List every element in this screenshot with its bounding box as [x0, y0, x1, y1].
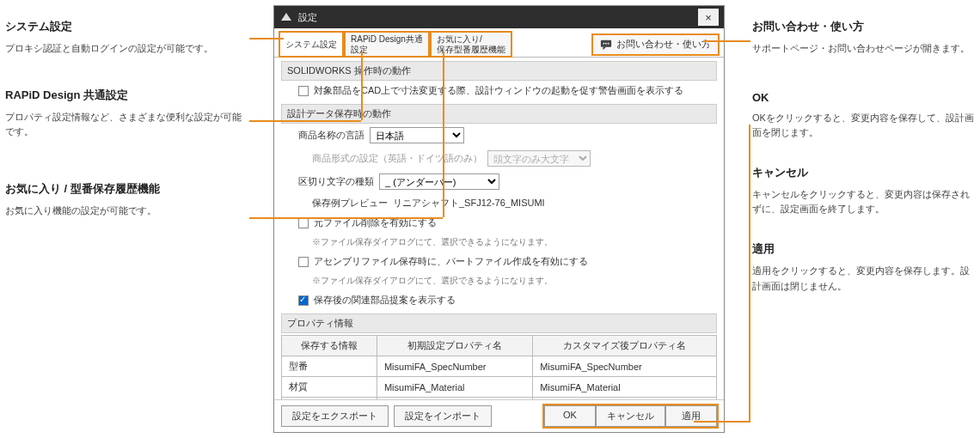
format-select: 頭文字のみ大文字	[487, 150, 591, 167]
svg-point-3	[608, 42, 609, 44]
checkbox-assembly-label: アセンブリファイル保存時に、パートファイル作成を有効にする	[314, 255, 588, 268]
table-cell: MisumiFA_Material	[377, 377, 532, 398]
annotation-text: 適用をクリックすると、変更内容を保存します。設計画面は閉じません。	[752, 264, 976, 294]
annotation-text: サポートページ・お問い合わせページが開きます。	[752, 41, 976, 57]
annotation-title: OK	[752, 91, 976, 104]
annotation-title: RAPiD Design 共通設定	[5, 88, 250, 103]
prop-header: 初期設定プロパティ名	[377, 336, 532, 356]
language-select[interactable]: 日本語	[370, 127, 464, 143]
annotation-title: お気に入り / 型番保存履歴機能	[5, 181, 250, 197]
annotation-text: お気に入り機能の設定が可能です。	[5, 204, 250, 219]
annotation-title: 適用	[752, 241, 976, 257]
annotation-favorites: お気に入り / 型番保存履歴機能 お気に入り機能の設定が可能です。	[5, 181, 250, 219]
annotation-ok: OK OKをクリックすると、変更内容を保存して、設計画面を閉じます。	[752, 91, 976, 141]
preview-label: 保存例プレビュー	[312, 197, 388, 210]
ok-button[interactable]: OK	[544, 405, 596, 427]
row-delimiter: 区切り文字の種類 _ (アンダーバー)	[281, 170, 717, 193]
close-button[interactable]: ×	[698, 9, 719, 26]
section-property: プロパティ情報	[281, 313, 717, 333]
svg-point-2	[605, 42, 607, 44]
annotation-text: プロパティ設定情報など、さまざまな便利な設定が可能です。	[5, 110, 250, 140]
checkbox-related-label: 保存後の関連部品提案を表示する	[314, 294, 456, 307]
annotation-text: OKをクリックすると、変更内容を保存して、設計画面を閉じます。	[752, 111, 976, 141]
row-assembly-checkbox[interactable]: アセンブリファイル保存時に、パートファイル作成を有効にする	[281, 252, 717, 271]
apply-button[interactable]: 適用	[665, 405, 717, 427]
settings-dialog: 設定 × システム設定 RAPiD Design共通 設定 お気に入り/ 保存型…	[273, 5, 725, 433]
connector-line	[249, 38, 284, 40]
connector-line	[703, 40, 750, 42]
row-related-checkbox[interactable]: 保存後の関連部品提案を表示する	[281, 290, 717, 310]
connector-line	[249, 120, 361, 122]
note-assembly: ※ファイル保存ダイアログにて、選択できるようになります。	[281, 271, 717, 290]
annotation-system-settings: システム設定 プロキシ認証と自動ログインの設定が可能です。	[5, 19, 250, 57]
table-cell: MisumiFA_Supplier	[377, 398, 532, 400]
tab-rapid-design[interactable]: RAPiD Design共通 設定	[345, 32, 429, 57]
annotation-title: システム設定	[5, 19, 250, 34]
language-label: 商品名称の言語	[298, 129, 364, 142]
annotation-title: お問い合わせ・使い方	[752, 19, 976, 34]
table-cell: MisumiFA_SpecNumber	[533, 356, 717, 377]
inquiry-button[interactable]: お問い合わせ・使い方	[592, 34, 719, 55]
export-button[interactable]: 設定をエクスポート	[281, 405, 389, 427]
annotation-text: キャンセルをクリックすると、変更内容は保存されずに、設定画面を終了します。	[752, 187, 976, 217]
checkbox-warn-label: 対象部品をCAD上で寸法変更する際、設計ウィンドウの起動を促す警告画面を表示する	[314, 84, 683, 97]
svg-point-1	[603, 42, 605, 44]
table-cell: MisumiFA_Material	[533, 377, 717, 398]
row-delete-checkbox[interactable]: 元ファイル削除を有効にする	[281, 213, 717, 233]
table-cell: 型番	[282, 356, 377, 377]
delimiter-label: 区切り文字の種類	[298, 175, 374, 188]
prop-header: 保存する情報	[282, 336, 377, 356]
annotation-text: プロキシ認証と自動ログインの設定が可能です。	[5, 41, 250, 57]
tab-label: システム設定	[285, 40, 337, 50]
annotation-inquiry: お問い合わせ・使い方 サポートページ・お問い合わせページが開きます。	[752, 19, 976, 57]
table-cell: MisumiFA_SpecNumber	[377, 356, 532, 377]
annotation-rapid-design: RAPiD Design 共通設定 プロパティ設定情報など、さまざまな便利な設定…	[5, 88, 250, 140]
cancel-button[interactable]: キャンセル	[596, 405, 665, 427]
table-row: 材質MisumiFA_MaterialMisumiFA_Material	[282, 377, 717, 398]
checkbox-delete[interactable]	[298, 218, 309, 228]
inquiry-label: お問い合わせ・使い方	[616, 38, 711, 51]
dialog-title: 設定	[298, 11, 317, 24]
property-table: 保存する情報 初期設定プロパティ名 カスタマイズ後プロパティ名 型番Misumi…	[281, 335, 717, 399]
note-delete: ※ファイル保存ダイアログにて、選択できるようになります。	[281, 233, 717, 252]
connector-line	[361, 52, 363, 120]
section-solidworks: SOLIDWORKS 操作時の動作	[281, 61, 717, 81]
annotation-apply: 適用 適用をクリックすると、変更内容を保存します。設計画面は閉じません。	[752, 241, 976, 294]
delimiter-select[interactable]: _ (アンダーバー)	[379, 173, 499, 190]
connector-line	[443, 52, 444, 217]
table-cell: 材質	[282, 377, 377, 398]
import-button[interactable]: 設定をインポート	[394, 405, 492, 427]
row-warn-checkbox[interactable]: 対象部品をCAD上で寸法変更する際、設計ウィンドウの起動を促す警告画面を表示する	[281, 81, 717, 100]
tab-row: システム設定 RAPiD Design共通 設定 お気に入り/ 保存型番履歴機能…	[274, 28, 724, 58]
annotation-title: キャンセル	[752, 165, 976, 180]
app-logo-icon	[279, 10, 293, 24]
row-preview: 保存例プレビュー リニアシャフト_SFJ12-76_MISUMI	[281, 193, 717, 213]
tab-label: お気に入り/ 保存型番履歴機能	[437, 34, 505, 55]
row-language: 商品名称の言語 日本語	[281, 124, 717, 147]
checkbox-warn[interactable]	[298, 86, 309, 96]
table-cell: MisumiFA_Supplier	[533, 398, 717, 400]
annotation-cancel: キャンセル キャンセルをクリックすると、変更内容は保存されずに、設定画面を終了し…	[752, 165, 976, 217]
checkbox-assembly[interactable]	[298, 257, 309, 267]
table-row: メーカー名MisumiFA_SupplierMisumiFA_Supplier	[282, 398, 717, 400]
table-cell: メーカー名	[282, 398, 377, 400]
format-label: 商品形式の設定（英語・ドイツ語のみ）	[312, 152, 482, 165]
checkbox-related[interactable]	[298, 295, 309, 306]
footer-right-group: OK キャンセル 適用	[544, 405, 717, 427]
connector-line	[749, 125, 750, 423]
connector-line	[249, 217, 443, 219]
connector-line	[694, 421, 750, 423]
prop-header: カスタマイズ後プロパティ名	[533, 336, 717, 356]
tab-system-settings[interactable]: システム設定	[279, 32, 343, 57]
table-row: 型番MisumiFA_SpecNumberMisumiFA_SpecNumber	[282, 356, 717, 377]
chat-icon	[600, 39, 612, 51]
row-format: 商品形式の設定（英語・ドイツ語のみ） 頭文字のみ大文字	[281, 147, 717, 170]
dialog-footer: 設定をエクスポート 設定をインポート OK キャンセル 適用	[274, 399, 724, 432]
dialog-titlebar: 設定 ×	[274, 6, 724, 28]
preview-value: リニアシャフト_SFJ12-76_MISUMI	[393, 197, 545, 210]
